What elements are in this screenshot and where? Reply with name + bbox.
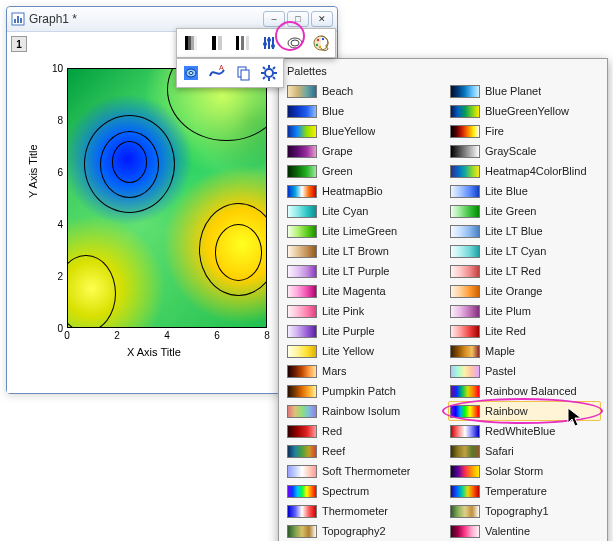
mini-toolbar-bottom: A: [176, 58, 284, 88]
palette-item[interactable]: Soft Thermometer: [285, 461, 438, 481]
palette-label: Lite Magenta: [322, 285, 386, 297]
copy-icon[interactable]: [231, 61, 255, 85]
gear-icon[interactable]: [257, 61, 281, 85]
palette-item[interactable]: Maple: [448, 341, 601, 361]
palette-item[interactable]: Topography2: [285, 521, 438, 541]
palette-swatch: [450, 385, 480, 398]
palette-item[interactable]: Rainbow: [448, 401, 601, 421]
palette-label: Rainbow Balanced: [485, 385, 577, 397]
contour-style-icon[interactable]: [179, 61, 203, 85]
gradient-2-icon[interactable]: [205, 31, 229, 55]
palette-item[interactable]: BlueGreenYellow: [448, 101, 601, 121]
palette-item[interactable]: Rainbow Isolum: [285, 401, 438, 421]
palette-item[interactable]: Pastel: [448, 361, 601, 381]
palette-item[interactable]: Lite Orange: [448, 281, 601, 301]
palette-item[interactable]: Lite LT Cyan: [448, 241, 601, 261]
palette-item[interactable]: Fire: [448, 121, 601, 141]
palette-swatch: [450, 285, 480, 298]
x-axis-title[interactable]: X Axis Title: [127, 346, 181, 358]
palette-item[interactable]: Blue Planet: [448, 81, 601, 101]
palette-label: Blue: [322, 105, 344, 117]
palette-item[interactable]: Lite LT Red: [448, 261, 601, 281]
svg-rect-4: [185, 36, 188, 50]
palette-item[interactable]: Grape: [285, 141, 438, 161]
palette-item[interactable]: Lite Yellow: [285, 341, 438, 361]
palette-item[interactable]: Lite Plum: [448, 301, 601, 321]
palette-item[interactable]: RedWhiteBlue: [448, 421, 601, 441]
palette-item[interactable]: Pumpkin Patch: [285, 381, 438, 401]
palette-label: Temperature: [485, 485, 547, 497]
palette-item[interactable]: Spectrum: [285, 481, 438, 501]
palette-item[interactable]: Valentine: [448, 521, 601, 541]
palette-item[interactable]: Lite Green: [448, 201, 601, 221]
palette-item[interactable]: Lite Magenta: [285, 281, 438, 301]
palette-swatch: [287, 105, 317, 118]
palette-swatch: [287, 145, 317, 158]
palette-label: Lite LT Brown: [322, 245, 389, 257]
y-axis-title[interactable]: Y Axis Title: [27, 144, 39, 198]
palette-item[interactable]: HeatmapBio: [285, 181, 438, 201]
x-tick: 0: [64, 330, 70, 341]
close-button[interactable]: ✕: [311, 11, 333, 27]
palette-label: Lite Plum: [485, 305, 531, 317]
line-style-icon[interactable]: A: [205, 61, 229, 85]
palette-item[interactable]: Lite LT Brown: [285, 241, 438, 261]
palette-item[interactable]: Lite LT Purple: [285, 261, 438, 281]
palette-item[interactable]: Topography1: [448, 501, 601, 521]
palette-label: Lite Green: [485, 205, 536, 217]
contour-lines-icon[interactable]: [283, 31, 307, 55]
palette-label: Lite Red: [485, 325, 526, 337]
palette-label: BlueGreenYellow: [485, 105, 569, 117]
palette-item[interactable]: Mars: [285, 361, 438, 381]
palette-item[interactable]: Lite Cyan: [285, 201, 438, 221]
palette-label: Fire: [485, 125, 504, 137]
palette-swatch: [450, 225, 480, 238]
palette-item[interactable]: Blue: [285, 101, 438, 121]
gradient-1-icon[interactable]: [179, 31, 203, 55]
palette-item[interactable]: Beach: [285, 81, 438, 101]
svg-rect-7: [194, 36, 197, 50]
x-tick: 4: [164, 330, 170, 341]
palette-swatch: [450, 345, 480, 358]
svg-line-36: [263, 67, 265, 69]
maximize-button[interactable]: □: [287, 11, 309, 27]
palette-item[interactable]: Lite LT Blue: [448, 221, 601, 241]
layer-tab[interactable]: 1: [11, 36, 27, 52]
palette-item[interactable]: Lite Blue: [448, 181, 601, 201]
palette-label: Soft Thermometer: [322, 465, 410, 477]
palette-swatch: [450, 305, 480, 318]
palette-item[interactable]: Solar Storm: [448, 461, 601, 481]
palette-item[interactable]: Lite Red: [448, 321, 601, 341]
palette-item[interactable]: Rainbow Balanced: [448, 381, 601, 401]
plot-area[interactable]: [67, 68, 267, 328]
palette-swatch: [450, 525, 480, 538]
palette-swatch: [287, 465, 317, 478]
palette-item[interactable]: Heatmap4ColorBlind: [448, 161, 601, 181]
palette-swatch: [450, 265, 480, 278]
palette-item[interactable]: Red: [285, 421, 438, 441]
palette-item[interactable]: Safari: [448, 441, 601, 461]
svg-point-24: [319, 46, 321, 48]
palette-item[interactable]: Lite Purple: [285, 321, 438, 341]
sliders-icon[interactable]: [257, 31, 281, 55]
gradient-3-icon[interactable]: [231, 31, 255, 55]
palette-label: Lite Cyan: [322, 205, 368, 217]
palette-item[interactable]: Lite LimeGreen: [285, 221, 438, 241]
palette-item[interactable]: Green: [285, 161, 438, 181]
palette-item[interactable]: GrayScale: [448, 141, 601, 161]
palette-item[interactable]: BlueYellow: [285, 121, 438, 141]
palettes-title: Palettes: [285, 63, 601, 81]
svg-rect-3: [20, 18, 22, 23]
palette-label: Lite LT Cyan: [485, 245, 546, 257]
svg-point-21: [317, 39, 319, 41]
palette-item[interactable]: Lite Pink: [285, 301, 438, 321]
palette-item[interactable]: Reef: [285, 441, 438, 461]
palette-item[interactable]: Temperature: [448, 481, 601, 501]
palette-swatch: [287, 285, 317, 298]
palette-label: Lite Purple: [322, 325, 375, 337]
palette-item[interactable]: Thermometer: [285, 501, 438, 521]
minimize-button[interactable]: –: [263, 11, 285, 27]
palette-icon[interactable]: [309, 31, 333, 55]
palette-label: Lite Blue: [485, 185, 528, 197]
palette-swatch: [450, 445, 480, 458]
